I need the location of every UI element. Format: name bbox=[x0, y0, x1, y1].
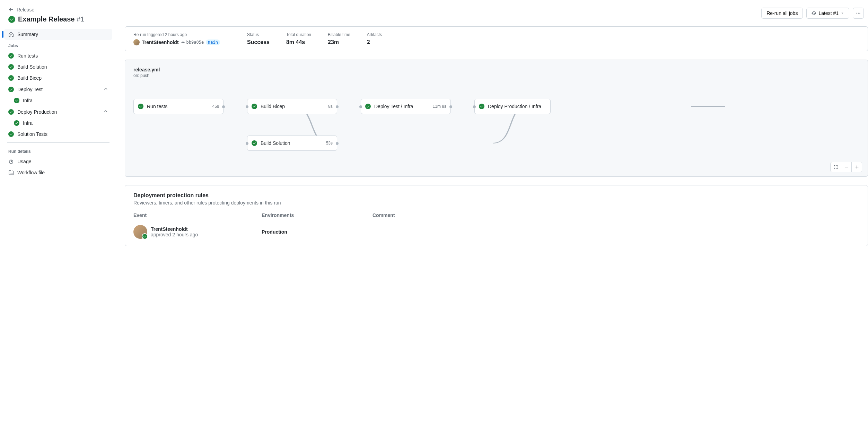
protection-rule-row: TrentSteenholdt approved 2 hours ago Pro… bbox=[133, 221, 859, 239]
fullscreen-button[interactable] bbox=[831, 162, 841, 172]
topbar: Re-run all jobs Latest #1 bbox=[125, 6, 868, 21]
approver-name[interactable]: TrentSteenholdt bbox=[151, 226, 198, 232]
sidebar-item-label: Usage bbox=[17, 159, 108, 164]
run-duration: Total duration 8m 44s bbox=[286, 32, 311, 45]
history-icon bbox=[812, 11, 816, 16]
workflow-trigger: on: push bbox=[133, 73, 859, 78]
run-trigger-info: Re-run triggered 2 hours ago TrentSteenh… bbox=[133, 32, 230, 45]
latest-run-dropdown[interactable]: Latest #1 bbox=[806, 8, 849, 19]
zoom-out-button[interactable] bbox=[841, 162, 851, 172]
success-icon bbox=[138, 104, 143, 109]
environment-name: Production bbox=[262, 229, 372, 235]
commit-link[interactable]: bb9a05e bbox=[181, 40, 204, 45]
success-icon bbox=[8, 53, 14, 59]
run-billable: Billable time 23m bbox=[328, 32, 350, 45]
workflow-graph[interactable]: Run tests 45s Build Bicep 8s Build Solut… bbox=[133, 92, 859, 168]
svg-point-1 bbox=[11, 173, 11, 174]
workflow-node-deploy-production[interactable]: Deploy Production / Infra bbox=[474, 99, 551, 114]
svg-point-6 bbox=[182, 42, 183, 43]
sidebar-job-build-solution[interactable]: Build Solution bbox=[4, 61, 112, 72]
svg-point-0 bbox=[10, 173, 10, 174]
sidebar-heading-jobs: Jobs bbox=[3, 40, 114, 50]
chevron-up-icon[interactable] bbox=[103, 86, 108, 92]
sidebar-item-usage[interactable]: Usage bbox=[4, 156, 112, 167]
sidebar-job-deploy-test-infra[interactable]: Infra bbox=[4, 95, 112, 106]
sidebar-item-label: Deploy Test bbox=[17, 87, 100, 92]
zoom-in-button[interactable] bbox=[851, 162, 862, 172]
workflow-node-build-solution[interactable]: Build Solution 53s bbox=[247, 136, 337, 151]
success-icon bbox=[252, 140, 257, 146]
workflow-graph-card: release.yml on: push bbox=[125, 60, 868, 177]
kebab-menu-button[interactable] bbox=[853, 8, 864, 19]
kebab-icon bbox=[856, 11, 861, 16]
rerun-all-jobs-button[interactable]: Re-run all jobs bbox=[761, 8, 803, 19]
workflow-node-run-tests[interactable]: Run tests 45s bbox=[133, 99, 223, 114]
page-title: Example Release #1 bbox=[18, 15, 84, 23]
sidebar-job-deploy-production[interactable]: Deploy Production bbox=[4, 106, 112, 117]
svg-point-3 bbox=[856, 13, 857, 14]
caret-down-icon bbox=[841, 11, 844, 15]
stopwatch-icon bbox=[8, 159, 14, 164]
svg-point-4 bbox=[858, 13, 859, 14]
sidebar-job-run-tests[interactable]: Run tests bbox=[4, 50, 112, 61]
sidebar-job-deploy-production-infra[interactable]: Infra bbox=[4, 117, 112, 129]
run-status: Status Success bbox=[247, 32, 270, 45]
sidebar-item-label: Infra bbox=[23, 120, 108, 126]
workflow-file-name[interactable]: release.yml bbox=[133, 67, 859, 72]
sidebar-item-label: Summary bbox=[17, 32, 108, 37]
success-icon bbox=[14, 120, 19, 126]
svg-rect-9 bbox=[845, 167, 848, 167]
protection-rules-headers: Event Environments Comment bbox=[133, 212, 859, 221]
main-content: Re-run all jobs Latest #1 Re-run trigge bbox=[116, 0, 868, 436]
workflow-node-build-bicep[interactable]: Build Bicep 8s bbox=[247, 99, 337, 114]
avatar bbox=[133, 39, 140, 45]
success-icon bbox=[252, 104, 257, 109]
triggered-by-user[interactable]: TrentSteenholdt bbox=[142, 40, 179, 45]
protection-rules-subtitle: Reviewers, timers, and other rules prote… bbox=[133, 200, 859, 206]
svg-rect-11 bbox=[857, 166, 857, 169]
protection-rules-card: Deployment protection rules Reviewers, t… bbox=[125, 185, 868, 246]
workflow-node-deploy-test[interactable]: Deploy Test / Infra 11m 8s bbox=[361, 99, 451, 114]
success-icon bbox=[8, 109, 14, 115]
page-title-row: Example Release #1 bbox=[3, 15, 114, 29]
run-artifacts: Artifacts 2 bbox=[367, 32, 382, 45]
breadcrumb-parent-link[interactable]: Release bbox=[17, 7, 34, 12]
sidebar-item-label: Build Solution bbox=[17, 64, 108, 70]
success-icon bbox=[365, 104, 371, 109]
home-icon bbox=[8, 32, 14, 37]
success-status-icon bbox=[8, 16, 15, 23]
sidebar-item-label: Workflow file bbox=[17, 170, 108, 175]
sidebar-job-deploy-test[interactable]: Deploy Test bbox=[4, 84, 112, 95]
sidebar-heading-run-details: Run details bbox=[3, 146, 114, 156]
success-icon bbox=[8, 131, 14, 137]
svg-point-2 bbox=[12, 173, 12, 174]
chevron-up-icon[interactable] bbox=[103, 109, 108, 115]
workflow-file-icon bbox=[8, 170, 14, 175]
success-icon bbox=[8, 87, 14, 92]
sidebar-item-label: Deploy Production bbox=[17, 109, 100, 115]
back-arrow-icon[interactable] bbox=[8, 7, 14, 12]
sidebar-item-label: Build Bicep bbox=[17, 75, 108, 81]
sidebar-job-build-bicep[interactable]: Build Bicep bbox=[4, 72, 112, 84]
success-icon bbox=[8, 64, 14, 70]
svg-point-5 bbox=[859, 13, 860, 14]
approval-action: approved 2 hours ago bbox=[151, 232, 198, 237]
divider bbox=[7, 142, 109, 143]
avatar bbox=[133, 225, 147, 239]
protection-rules-title: Deployment protection rules bbox=[133, 192, 859, 199]
success-icon bbox=[479, 104, 484, 109]
breadcrumb: Release bbox=[3, 6, 114, 14]
sidebar: Release Example Release #1 Summary Jobs … bbox=[0, 0, 116, 436]
success-icon bbox=[8, 75, 14, 81]
approved-badge-icon bbox=[142, 233, 148, 239]
sidebar-item-workflow-file[interactable]: Workflow file bbox=[4, 167, 112, 178]
sidebar-item-label: Solution Tests bbox=[17, 131, 108, 137]
sidebar-item-summary[interactable]: Summary bbox=[4, 29, 112, 40]
graph-zoom-controls bbox=[830, 162, 862, 172]
sidebar-item-label: Infra bbox=[23, 98, 108, 103]
branch-badge[interactable]: main bbox=[206, 40, 220, 45]
sidebar-item-label: Run tests bbox=[17, 53, 108, 59]
run-info-card: Re-run triggered 2 hours ago TrentSteenh… bbox=[125, 26, 868, 51]
success-icon bbox=[14, 98, 19, 103]
sidebar-job-solution-tests[interactable]: Solution Tests bbox=[4, 129, 112, 140]
